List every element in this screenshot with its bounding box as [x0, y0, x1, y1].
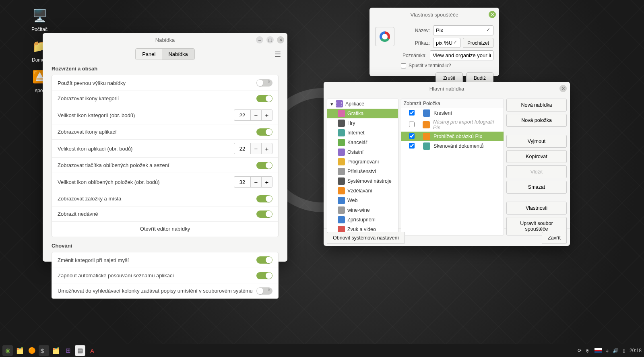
name-label: Název: [401, 28, 430, 33]
close-button[interactable]: ✕ [559, 85, 567, 92]
input-fav-size[interactable] [234, 176, 251, 188]
cut-button[interactable]: Vyjmout [506, 135, 567, 148]
increment-button[interactable]: + [261, 109, 272, 121]
section-behavior-title: Chování [52, 243, 287, 249]
properties-button[interactable]: Vlastnosti [506, 202, 567, 215]
new-item-button[interactable]: Nová položka [506, 114, 567, 127]
close-dialog-button[interactable]: Zavřít [542, 232, 567, 244]
tree-item[interactable]: Hry [327, 118, 398, 128]
input-cat-size[interactable] [234, 109, 251, 121]
decrement-button[interactable]: − [250, 176, 262, 188]
tree-item-label: Hry [347, 120, 355, 126]
tree-item-label: Ostatní [347, 149, 363, 155]
browse-button[interactable]: Procházet [463, 38, 493, 48]
taskbar-app-pdf-icon[interactable]: A [87, 345, 97, 356]
keyboard-layout-flag-icon[interactable] [594, 348, 602, 353]
close-button[interactable]: ✕ [489, 11, 496, 18]
tray-shield-icon[interactable]: ⛨ [586, 348, 590, 353]
toggle-bookmarks[interactable] [256, 195, 272, 202]
list-row[interactable]: Skenování dokumentů [401, 141, 504, 151]
note-input[interactable] [430, 50, 493, 60]
tree-item[interactable]: wine-wine [327, 205, 398, 215]
tree-item[interactable]: Systémové nástroje [327, 176, 398, 186]
show-checkbox[interactable] [409, 122, 415, 127]
launcher-icon-button[interactable] [375, 27, 394, 46]
toggle-fav-buttons[interactable] [256, 162, 272, 169]
list-row[interactable]: Kreslení [401, 108, 504, 118]
tree-item[interactable]: Internet [327, 128, 398, 138]
toggle-app-icons[interactable] [256, 128, 272, 136]
col-item: Položka [423, 101, 440, 106]
toggle-search-paths[interactable] [256, 287, 272, 295]
terminal-checkbox[interactable] [401, 63, 406, 68]
start-menu-icon[interactable]: ◉ [2, 345, 13, 356]
list-row[interactable]: Prohlížeč obrázků Pix [401, 132, 504, 141]
maximize-button[interactable]: ▢ [266, 36, 274, 43]
name-input[interactable] [433, 25, 493, 35]
show-checkbox[interactable] [409, 143, 415, 149]
close-button[interactable]: ✕ [277, 36, 284, 43]
tray-update-icon[interactable]: ⟳ [578, 348, 582, 353]
tree-item-label: Vzdělávání [347, 188, 372, 194]
command-input[interactable] [433, 38, 460, 48]
tray-battery-icon[interactable]: ▯ [623, 348, 625, 353]
titlebar[interactable]: Nabídka – ▢ ✕ [43, 33, 287, 47]
tree-root[interactable]: ▾ ⋮⋮ Aplikace [327, 99, 398, 109]
hamburger-icon[interactable]: ☰ [275, 50, 281, 59]
tray-network-icon[interactable]: ⏚ [606, 348, 609, 353]
toggle-cat-icons[interactable] [256, 95, 272, 102]
col-show: Zobrazit [404, 101, 423, 106]
toggle-recent[interactable] [256, 210, 272, 218]
clock[interactable]: 20:18 [630, 348, 642, 353]
taskbar-app-editor-icon[interactable]: ▤ [75, 345, 85, 356]
desktop-icon-computer[interactable]: 🖥️ Počítač [23, 6, 56, 32]
spinner-fav-size: − + [234, 176, 272, 188]
tree-item[interactable]: Kancelář [327, 138, 398, 147]
tree-item[interactable]: Web [327, 196, 398, 205]
category-icon [338, 129, 345, 136]
tree-item[interactable]: Programování [327, 157, 398, 167]
terminal-icon[interactable]: $_ [39, 345, 49, 356]
chevron-down-icon: ▾ [330, 101, 333, 107]
taskbar-app-files-icon[interactable]: 🗂️ [51, 345, 61, 356]
tab-panel[interactable]: Panel [136, 49, 162, 60]
increment-button[interactable]: + [261, 143, 272, 154]
list-row[interactable]: Nástroj pro import fotografií Pix [401, 118, 504, 132]
restore-defaults-button[interactable]: Obnovit systémová nastavení [327, 232, 405, 244]
row-fixed-height-label: Použít pevnou výšku nabídky [58, 80, 126, 86]
tray-volume-icon[interactable]: 🔊 [613, 348, 619, 353]
files-icon[interactable]: 🗂️ [14, 345, 25, 356]
tree-item-label: Zvuk a video [347, 227, 376, 232]
firefox-icon[interactable]: 🟠 [27, 345, 37, 356]
open-menu-editor-button[interactable]: Otevřít editor nabídky [52, 221, 278, 237]
titlebar[interactable]: Vlastnosti spouštěče ✕ [369, 8, 499, 21]
minimize-button[interactable]: – [256, 36, 263, 43]
decrement-button[interactable]: − [250, 143, 262, 154]
row-autoscroll-label: Zapnout automatické posouvání seznamu ap… [58, 272, 174, 279]
section-layout-title: Rozvržení a obsah [52, 66, 287, 72]
tree-item-label: Systémové nástroje [347, 178, 392, 184]
tree-item[interactable]: Ostatní [327, 147, 398, 157]
tree-item-label: Kancelář [347, 140, 367, 145]
show-checkbox[interactable] [409, 133, 415, 139]
tab-menu[interactable]: Nabídka [162, 49, 194, 60]
delete-button[interactable]: Smazat [506, 181, 567, 194]
show-checkbox[interactable] [409, 110, 415, 116]
toggle-autoscroll[interactable] [256, 272, 272, 279]
increment-button[interactable]: + [261, 176, 272, 188]
action-buttons: Nová nabídka Nová položka Vyjmout Kopíro… [506, 99, 567, 235]
taskbar-app-grid-icon[interactable]: ⊞ [63, 345, 73, 356]
decrement-button[interactable]: − [250, 109, 262, 121]
tree-item[interactable]: Grafika [327, 109, 398, 118]
toggle-fixed-height[interactable] [256, 79, 272, 87]
item-list: Zobrazit Položka KresleníNástroj pro imp… [401, 99, 504, 235]
titlebar[interactable]: Hlavní nabídka ✕ [324, 82, 570, 95]
toggle-hover[interactable] [256, 256, 272, 264]
tree-item-label: Web [347, 198, 357, 203]
tree-item[interactable]: Vzdělávání [327, 186, 398, 196]
copy-button[interactable]: Kopírovat [506, 150, 567, 163]
tree-item[interactable]: Zpřístupnění [327, 215, 398, 225]
new-menu-button[interactable]: Nová nabídka [506, 99, 567, 111]
tree-item[interactable]: Příslušenství [327, 167, 398, 176]
input-app-size[interactable] [234, 143, 251, 154]
